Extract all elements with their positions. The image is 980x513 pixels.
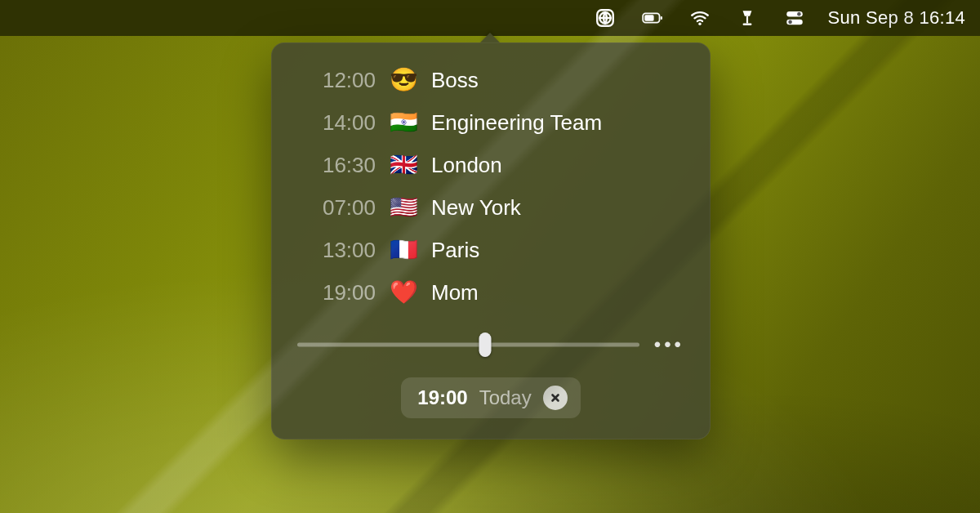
timezone-label: Boss: [431, 68, 479, 93]
timezone-row[interactable]: 07:00 🇺🇸 New York: [296, 191, 686, 224]
timezone-row[interactable]: 16:30 🇬🇧 London: [296, 149, 686, 181]
svg-rect-4: [660, 16, 662, 20]
timezone-time: 13:00: [301, 238, 376, 263]
timezone-list: 12:00 😎 Boss 14:00 🇮🇳 Engineering Team 1…: [294, 60, 688, 314]
svg-point-11: [788, 20, 792, 25]
selected-time: 19:00: [417, 386, 467, 409]
desktop-wallpaper: Sun Sep 8 16:14 12:00 😎 Boss 14:00 🇮🇳 En…: [0, 0, 980, 513]
timezone-label: London: [431, 153, 502, 178]
svg-rect-3: [644, 15, 653, 20]
timezone-row[interactable]: 12:00 😎 Boss: [296, 64, 686, 96]
more-options-icon[interactable]: •••: [654, 335, 684, 355]
heart-emoji-icon: ❤️: [389, 281, 418, 304]
time-offset-slider[interactable]: [297, 333, 639, 356]
slider-track: [297, 343, 639, 347]
us-flag-icon: 🇺🇸: [389, 196, 418, 219]
sunglasses-emoji-icon: 😎: [389, 69, 418, 91]
uk-flag-icon: 🇬🇧: [389, 154, 418, 176]
world-clock-popover: 12:00 😎 Boss 14:00 🇮🇳 Engineering Team 1…: [271, 42, 710, 439]
timezone-row[interactable]: 19:00 ❤️ Mom: [296, 276, 686, 309]
time-slider-row: •••: [294, 333, 688, 356]
selected-time-wrap: 19:00 Today: [294, 377, 688, 418]
control-center-icon[interactable]: [781, 4, 808, 32]
france-flag-icon: 🇫🇷: [389, 239, 418, 261]
selected-time-pill[interactable]: 19:00 Today: [401, 377, 580, 418]
timezone-time: 16:30: [301, 153, 376, 178]
timezone-label: Engineering Team: [431, 110, 602, 136]
india-flag-icon: 🇮🇳: [389, 111, 418, 134]
desk-lamp-icon[interactable]: [733, 4, 761, 32]
battery-icon[interactable]: [639, 4, 666, 32]
wifi-icon[interactable]: [686, 4, 714, 32]
svg-point-9: [797, 12, 801, 16]
clear-selected-time-button[interactable]: [543, 386, 568, 410]
timezone-time: 14:00: [301, 110, 376, 136]
timezone-label: Paris: [431, 238, 479, 263]
timezone-label: New York: [431, 195, 521, 221]
timezone-time: 12:00: [301, 68, 376, 93]
timezone-label: Mom: [431, 280, 479, 306]
svg-point-5: [698, 22, 701, 25]
world-clock-menubar-icon[interactable]: [591, 4, 619, 32]
slider-thumb[interactable]: [479, 332, 492, 357]
svg-rect-6: [746, 16, 747, 24]
timezone-time: 19:00: [301, 280, 376, 306]
menubar: Sun Sep 8 16:14: [0, 0, 980, 36]
menubar-datetime[interactable]: Sun Sep 8 16:14: [828, 7, 965, 29]
selected-day: Today: [479, 386, 532, 409]
timezone-row[interactable]: 14:00 🇮🇳 Engineering Team: [296, 106, 686, 139]
timezone-time: 07:00: [301, 195, 376, 221]
svg-rect-7: [742, 24, 751, 25]
timezone-row[interactable]: 13:00 🇫🇷 Paris: [296, 234, 686, 266]
